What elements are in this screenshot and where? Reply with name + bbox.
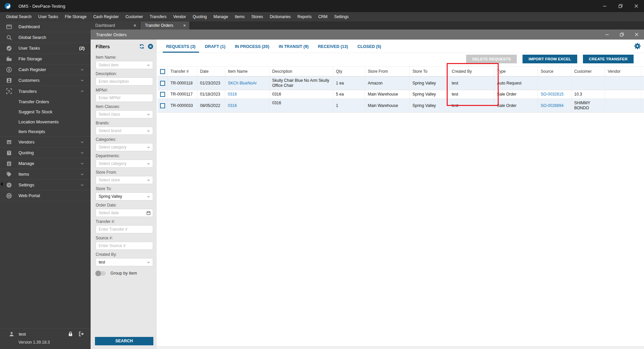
sidebar-item-cash-register[interactable]: $Cash Register <box>0 64 91 75</box>
tab-received-13[interactable]: RECEIVED (13) <box>313 44 353 53</box>
menu-item-file-storage[interactable]: File Storage <box>61 12 90 21</box>
sidebar-item-items[interactable]: Items <box>0 169 91 180</box>
minimize-button[interactable] <box>597 0 612 12</box>
column-header-transfer[interactable]: Transfer # <box>168 67 197 76</box>
search-button[interactable]: SEARCH <box>95 337 153 345</box>
cell-item[interactable]: 0316 <box>225 90 269 99</box>
menu-item-reports[interactable]: Reports <box>294 12 315 21</box>
inner-restore-button[interactable] <box>614 30 629 40</box>
menu-item-dictionaries[interactable]: Dictionaries <box>266 12 294 21</box>
import-from-excel-button[interactable]: IMPORT FROM EXCEL <box>523 55 577 63</box>
filter-input-source[interactable]: Enter Source # <box>96 242 153 250</box>
filter-date-order-date[interactable]: Select date <box>96 209 153 217</box>
tab-close-icon[interactable]: × <box>134 23 136 28</box>
menu-item-stores[interactable]: Stores <box>248 12 266 21</box>
filter-select-store-from[interactable]: Select store <box>96 176 153 184</box>
logout-icon[interactable] <box>79 331 84 337</box>
filter-input-transfer[interactable]: Enter Transfer # <box>96 225 153 233</box>
tab-in-transit-9[interactable]: IN TRANSIT (9) <box>274 44 313 53</box>
row-checkbox[interactable] <box>160 81 165 86</box>
group-by-item-toggle[interactable] <box>96 271 106 276</box>
tab-closed-5[interactable]: CLOSED (5) <box>353 44 386 53</box>
sidebar-item-vendors[interactable]: Vendors <box>0 137 91 148</box>
calendar-icon[interactable] <box>146 211 151 215</box>
document-tab-transfer-orders[interactable]: Transfer Orders× <box>140 21 189 30</box>
horizontal-scrollbar[interactable] <box>157 346 644 349</box>
filter-input-mpn[interactable]: Enter MPN# <box>96 94 153 102</box>
table-row-TR-0000033[interactable]: TR-000003308/05/2022031603161Main Wareho… <box>158 99 644 113</box>
sidebar-item-quoting[interactable]: ?Quoting <box>0 148 91 158</box>
filter-select-item-name[interactable]: Select item <box>96 61 153 69</box>
source-link[interactable]: SO-0028894 <box>541 103 563 108</box>
grid-settings-gear-icon[interactable] <box>634 43 641 50</box>
table-row-TR-0000118[interactable]: TR-000011801/23/2023SKCh BlueNoArSkully … <box>158 76 644 90</box>
column-header-store-to[interactable]: Store To <box>410 67 449 76</box>
sidebar-item-transfers[interactable]: Transfers <box>0 86 91 97</box>
row-checkbox[interactable] <box>160 92 165 97</box>
item-link[interactable]: SKCh BlueNoAr <box>228 81 257 86</box>
sidebar-item-transfer-orders[interactable]: Transfer Orders <box>0 97 91 107</box>
filter-select-store-to[interactable]: Spring Valley <box>96 192 153 200</box>
menu-item-vendor[interactable]: Vendor <box>170 12 189 21</box>
sidebar-item-file-storage[interactable]: File Storage <box>0 54 91 64</box>
sidebar-item-location-movements[interactable]: Location Movements <box>0 117 91 127</box>
menu-item-customer[interactable]: Customer <box>122 12 146 21</box>
tab-requests-3[interactable]: REQUESTS (3) <box>161 44 200 53</box>
column-header-description[interactable]: Description <box>269 67 333 76</box>
sidebar-item-customers[interactable]: Customers <box>0 75 91 86</box>
menu-item-manage[interactable]: Manage <box>210 12 231 21</box>
column-header-item-name[interactable]: Item Name <box>225 67 269 76</box>
column-header-date[interactable]: Date <box>197 67 225 76</box>
column-header-customer[interactable]: Customer <box>572 67 605 76</box>
column-header-qty[interactable]: Qty <box>333 67 365 76</box>
tab-in-process-20[interactable]: IN PROCESS (20) <box>230 44 274 53</box>
item-link[interactable]: 0316 <box>228 92 237 97</box>
filter-select-item-classes[interactable]: Select class <box>96 110 153 118</box>
menu-item-cash-register[interactable]: Cash Register <box>90 12 122 21</box>
tab-close-icon[interactable]: × <box>183 23 186 28</box>
column-header-vendor[interactable]: Vendor <box>605 67 641 76</box>
filter-input-description[interactable]: Enter description <box>96 77 153 85</box>
cell-item[interactable]: 0316 <box>225 99 269 112</box>
sidebar-item-suggest-to-stock[interactable]: Suggest To Stock <box>0 107 91 117</box>
cell-source[interactable]: SO-0032615 <box>538 90 572 99</box>
menu-item-transfers[interactable]: Transfers <box>146 12 170 21</box>
filter-select-departments[interactable]: Select category <box>96 160 153 168</box>
menu-item-global-search[interactable]: Global Search <box>3 12 35 21</box>
filter-select-created-by[interactable]: test <box>96 258 153 266</box>
menu-item-user-tasks[interactable]: User Tasks <box>35 12 61 21</box>
create-transfer-button[interactable]: CREATE TRANSFER <box>583 55 634 63</box>
column-header-created-by[interactable]: Created By <box>449 67 494 76</box>
menu-item-items[interactable]: Items <box>232 12 248 21</box>
lock-icon[interactable] <box>68 331 73 337</box>
delete-requests-button[interactable]: DELETE REQUESTS <box>466 55 517 63</box>
menu-item-crm[interactable]: CRM <box>315 12 331 21</box>
sidebar-item-item-receipts[interactable]: Item Receipts <box>0 127 91 137</box>
cell-item[interactable]: SKCh BlueNoAr <box>225 76 269 90</box>
sidebar-item-dashboard[interactable]: Dashboard <box>0 21 91 32</box>
menu-item-quoting[interactable]: Quoting <box>189 12 210 21</box>
column-header-store-from[interactable]: Store From <box>365 67 410 76</box>
row-checkbox[interactable] <box>160 103 165 108</box>
column-header-source[interactable]: Source <box>538 67 572 76</box>
select-all-checkbox[interactable] <box>160 69 165 74</box>
source-link[interactable]: SO-0032615 <box>541 92 563 97</box>
inner-close-button[interactable] <box>629 30 644 40</box>
sidebar-item-settings[interactable]: Settings <box>0 180 91 190</box>
refresh-filters-icon[interactable] <box>139 44 145 49</box>
menu-item-settings[interactable]: Settings <box>331 12 352 21</box>
filter-select-brands[interactable]: Select brand <box>96 127 153 135</box>
sidebar-item-manage[interactable]: Manage <box>0 158 91 169</box>
sidebar-item-web-portal[interactable]: Web Portal <box>0 190 91 201</box>
table-row-TR-0000117[interactable]: TR-000011701/18/2023031603165 eaMain War… <box>158 90 644 99</box>
item-link[interactable]: 0316 <box>228 103 237 108</box>
tab-draft-1[interactable]: DRAFT (1) <box>200 44 230 53</box>
close-button[interactable] <box>628 0 644 12</box>
document-tab-dashboard[interactable]: Dashboard× <box>91 21 140 30</box>
filter-select-categories[interactable]: Select category <box>96 143 153 151</box>
sidebar-item-global-search[interactable]: Global Search <box>0 32 91 43</box>
restore-button[interactable] <box>612 0 628 12</box>
column-header-type[interactable]: Type <box>494 67 538 76</box>
cell-source[interactable]: SO-0028894 <box>538 99 572 112</box>
clear-filters-icon[interactable] <box>148 44 153 49</box>
